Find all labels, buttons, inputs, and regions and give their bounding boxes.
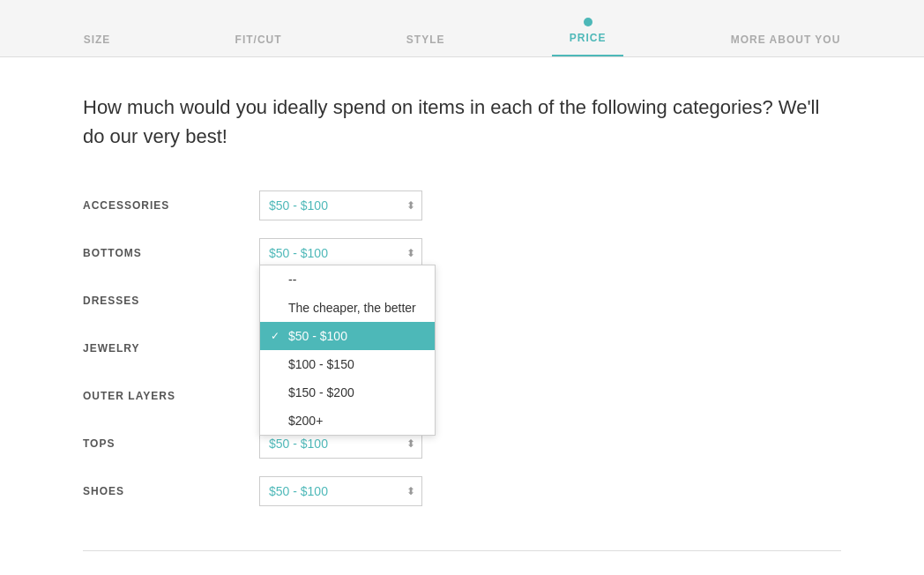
nav-step-fit-cut[interactable]: FIT/CUT [218,25,300,56]
select-shoes[interactable]: $50 - $100 [259,476,422,506]
dropdown-bottoms: -- The cheaper, the better ✓ $50 - $100 … [259,265,436,436]
label-tops: TOPS [83,437,259,450]
dropdown-option-blank[interactable]: -- [260,265,435,294]
select-wrapper-shoes: $50 - $100 ⬍ [259,476,422,506]
nav-step-style[interactable]: STYLE [389,25,463,56]
nav-step-more-about-you[interactable]: MORE ABOUT YOU [713,25,859,56]
nav-bar: SIZE FIT/CUT STYLE PRICE MORE ABOUT YOU [0,0,924,57]
row-dresses: DRESSES $50 - $100 ⬍ [83,277,841,325]
label-accessories: ACCESSORIES [83,199,259,212]
row-accessories: ACCESSORIES $50 - $100 -- The cheaper, t… [83,182,841,229]
select-bottoms-display[interactable]: $50 - $100 [259,238,422,268]
divider [83,550,841,551]
nav-label-size: SIZE [84,34,111,46]
nav-label-style: STYLE [406,34,445,46]
categories-grid: ACCESSORIES $50 - $100 -- The cheaper, t… [83,182,841,515]
nav-step-price[interactable]: PRICE [552,9,624,56]
nav-step-size[interactable]: SIZE [66,25,129,56]
dropdown-option-50-100[interactable]: ✓ $50 - $100 [260,322,435,350]
label-bottoms: BOTTOMS [83,247,259,259]
question-text: How much would you ideally spend on item… [83,93,841,151]
dropdown-option-cheaper[interactable]: The cheaper, the better [260,294,435,322]
dropdown-option-200plus[interactable]: $200+ [260,407,435,435]
label-dresses: DRESSES [83,295,259,307]
nav-dot-price [584,18,592,26]
row-outer-layers: OUTER LAYERS $50 - $100 ⬍ [83,372,841,420]
row-tops: TOPS $50 - $100 ⬍ [83,420,841,467]
row-shoes: SHOES $50 - $100 ⬍ [83,467,841,515]
select-wrapper-accessories: $50 - $100 -- The cheaper, the better $1… [259,190,422,220]
select-accessories[interactable]: $50 - $100 -- The cheaper, the better $1… [259,190,422,220]
label-shoes: SHOES [83,485,259,497]
dropdown-option-100-150[interactable]: $100 - $150 [260,350,435,378]
row-bottoms: BOTTOMS $50 - $100 ⬍ -- The cheaper, the… [83,229,841,277]
label-outer-layers: OUTER LAYERS [83,390,259,402]
nav-label-price: PRICE [570,32,607,44]
nav-steps: SIZE FIT/CUT STYLE PRICE MORE ABOUT YOU [21,9,903,56]
select-wrapper-bottoms[interactable]: $50 - $100 ⬍ -- The cheaper, the better … [259,238,422,268]
row-jewelry: JEWELRY $50 - $100 ⬍ [83,325,841,372]
nav-label-fit-cut: FIT/CUT [235,34,282,46]
main-content: How much would you ideally spend on item… [30,57,894,575]
label-jewelry: JEWELRY [83,342,259,355]
dropdown-option-150-200[interactable]: $150 - $200 [260,378,435,407]
nav-label-more-about-you: MORE ABOUT YOU [731,34,841,46]
